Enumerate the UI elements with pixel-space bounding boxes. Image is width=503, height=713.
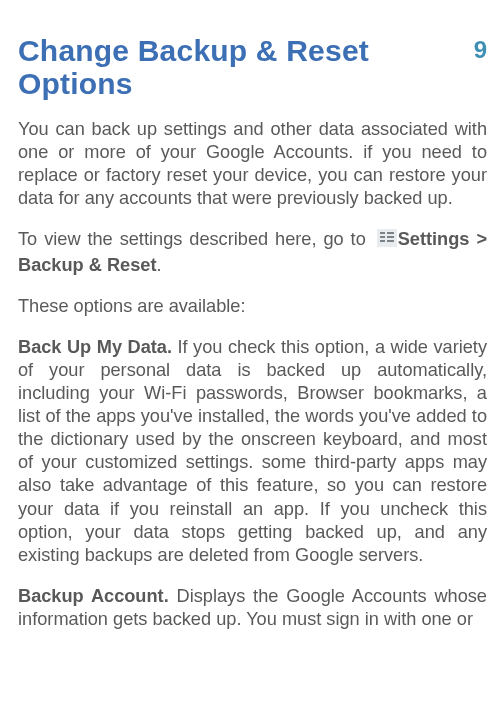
nav-instruction-prefix: To view the settings described here, go … — [18, 229, 373, 249]
svg-rect-3 — [380, 240, 385, 242]
nav-instruction-suffix: . — [156, 255, 161, 275]
page-title: Change Backup & Reset Options — [18, 34, 487, 100]
option-label: Back Up My Data. — [18, 337, 172, 357]
option-label: Backup Account. — [18, 586, 169, 606]
settings-icon — [377, 229, 397, 253]
options-intro: These options are available: — [18, 295, 487, 318]
svg-rect-2 — [380, 236, 385, 238]
chapter-number: 9 — [474, 36, 487, 64]
option-backup-my-data: Back Up My Data. If you check this optio… — [18, 336, 487, 567]
intro-paragraph: You can back up settings and other data … — [18, 118, 487, 210]
svg-rect-1 — [380, 232, 385, 234]
svg-rect-5 — [387, 236, 394, 238]
nav-instruction: To view the settings described here, go … — [18, 228, 487, 276]
svg-rect-6 — [387, 240, 394, 242]
option-body: If you check this option, a wide variety… — [18, 337, 487, 565]
svg-rect-4 — [387, 232, 394, 234]
option-backup-account: Backup Account. Displays the Google Acco… — [18, 585, 487, 631]
